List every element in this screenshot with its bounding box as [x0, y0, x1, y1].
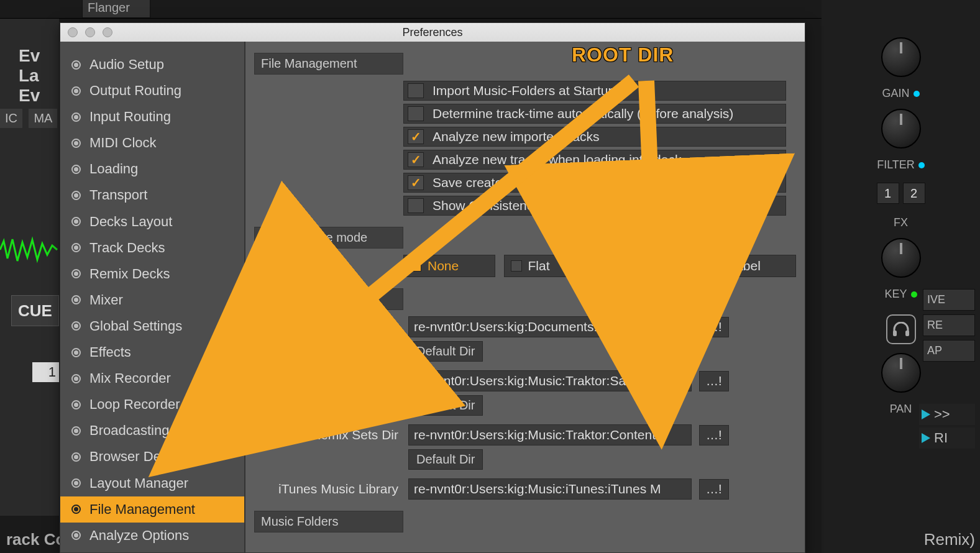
file-structure-none[interactable]: None	[403, 255, 495, 277]
gain-knob[interactable]	[881, 37, 921, 77]
sidebar-item-loop-recorder[interactable]: Loop Recorder	[60, 391, 244, 418]
browse-button-sample-dir[interactable]: …!	[699, 371, 729, 391]
option-analyze-new-tracks-when-loadin[interactable]: ✓Analyze new tracks when loading into de…	[403, 150, 786, 170]
preferences-window: Preferences Audio SetupOutput RoutingInp…	[60, 22, 805, 553]
dir-input-remix-sets-dir[interactable]: re-nvnt0r:Users:kig:Music:Traktor:Conten…	[408, 424, 692, 446]
browse-button-itunes-music-library[interactable]: …!	[699, 479, 729, 500]
sidebar-item-output-routing[interactable]: Output Routing	[60, 78, 244, 104]
section-header-file-structure: File structure mode	[254, 227, 403, 249]
effect-selector[interactable]: Flanger	[82, 0, 150, 18]
section-header-directories: Directories	[254, 288, 403, 310]
sidebar-item-analyze-options[interactable]: Analyze Options	[60, 523, 244, 549]
track-album-line: Ev	[19, 86, 53, 106]
sidebar-item-global-settings[interactable]: Global Settings	[60, 313, 244, 339]
svg-rect-1	[905, 331, 909, 336]
sidebar-item-mixer[interactable]: Mixer	[60, 287, 244, 313]
dir-label-remix-sets-dir: Remix Sets Dir	[254, 427, 401, 442]
default-dir-button-sample-dir[interactable]: Default Dir	[408, 395, 483, 416]
checkbox-icon	[408, 106, 424, 121]
fx-label: FX	[894, 216, 908, 229]
sidebar-item-label: Broadcasting	[89, 420, 169, 441]
sidebar-item-label: Loop Recorder	[89, 394, 180, 415]
sidebar-item-loading[interactable]: Loading	[60, 156, 244, 182]
sidebar-item-browser-details[interactable]: Browser Details	[60, 444, 244, 470]
track-artist-line: La	[19, 66, 53, 86]
sidebar-item-effects[interactable]: Effects	[60, 339, 244, 365]
svg-rect-0	[893, 331, 897, 336]
preferences-sidebar: Audio SetupOutput RoutingInput RoutingMI…	[60, 42, 245, 552]
window-title: Preferences	[60, 26, 805, 39]
sidebar-item-transport[interactable]: Transport	[60, 182, 244, 208]
radio-icon	[71, 374, 81, 383]
file-structure-artist[interactable]: Artist	[604, 255, 696, 277]
browse-button-remix-sets-dir[interactable]: …!	[699, 425, 729, 446]
option-label: Analyze new tracks when loading into dec…	[433, 152, 681, 167]
pan-knob[interactable]	[881, 353, 921, 393]
headphone-cue-button[interactable]	[886, 314, 916, 344]
tab-ma[interactable]: MA	[29, 109, 57, 128]
radio-icon	[71, 321, 81, 331]
cue-button[interactable]: CUE	[11, 295, 59, 326]
checkbox-icon	[408, 83, 424, 98]
option-save-created-loops-and-samples[interactable]: ✓Save created Loops and Samples automati…	[403, 173, 786, 193]
option-analyze-new-imported-tracks[interactable]: ✓Analyze new imported tracks	[403, 127, 786, 147]
default-dir-button-root-dir[interactable]: Default Dir	[408, 341, 483, 362]
hotcue-number[interactable]: 1	[32, 362, 59, 382]
sidebar-item-mix-recorder[interactable]: Mix Recorder	[60, 365, 244, 391]
sidebar-item-label: Decks Layout	[89, 211, 172, 232]
sidebar-item-broadcasting[interactable]: Broadcasting	[60, 418, 244, 444]
preferences-content: File Management Import Music-Folders at …	[245, 42, 805, 552]
checkbox-icon	[408, 198, 424, 213]
radio-label: Artist	[628, 258, 658, 273]
filter-knob[interactable]	[881, 109, 921, 149]
sidebar-item-remix-decks[interactable]: Remix Decks	[60, 261, 244, 287]
file-structure-label[interactable]: Label	[705, 255, 797, 277]
sidebar-item-label: Layout Manager	[89, 473, 188, 494]
partial-button-re[interactable]: RE	[923, 314, 975, 336]
option-import-music-folders-at-startu[interactable]: Import Music-Folders at Startup	[403, 81, 786, 101]
pan-label: PAN	[890, 403, 912, 416]
radio-label: Label	[729, 258, 761, 273]
fx-assign-1[interactable]: 1	[877, 183, 899, 204]
dir-label-itunes-music-library: iTunes Music Library	[254, 482, 401, 496]
sidebar-item-label: Track Decks	[89, 237, 165, 258]
sidebar-item-midi-clock[interactable]: MIDI Clock	[60, 130, 244, 156]
sidebar-item-label: Remix Decks	[89, 263, 170, 285]
sidebar-item-label: Audio Setup	[89, 54, 164, 75]
key-knob[interactable]	[881, 238, 921, 278]
sidebar-item-layout-manager[interactable]: Layout Manager	[60, 470, 244, 496]
partial-button-ive[interactable]: IVE	[923, 289, 975, 311]
default-dir-button-remix-sets-dir[interactable]: Default Dir	[408, 449, 483, 470]
remix-cell-play-1[interactable]: >>	[919, 404, 975, 425]
gain-label: GAIN	[882, 87, 919, 100]
section-header-file-management: File Management	[254, 53, 403, 75]
tab-ic[interactable]: IC	[0, 109, 22, 128]
option-show-consistency-check-report-[interactable]: Show Consistency Check Report on Startup	[403, 196, 786, 216]
sidebar-item-controller-manager[interactable]: Controller Manager	[60, 549, 244, 552]
option-determine-track-time-automatic[interactable]: Determine track-time automatically (befo…	[403, 104, 786, 124]
sidebar-item-decks-layout[interactable]: Decks Layout	[60, 209, 244, 235]
radio-icon	[71, 452, 81, 462]
sidebar-item-label: Global Settings	[89, 316, 182, 337]
checkbox-icon: ✓	[408, 129, 424, 144]
option-label: Determine track-time automatically (befo…	[433, 106, 733, 121]
dir-input-itunes-music-library[interactable]: re-nvnt0r:Users:kig:Music:iTunes:iTunes …	[408, 478, 692, 500]
file-structure-flat[interactable]: Flat	[504, 255, 596, 277]
sidebar-item-input-routing[interactable]: Input Routing	[60, 104, 244, 130]
option-label: Save created Loops and Samples automatic…	[433, 175, 708, 190]
radio-icon	[71, 531, 81, 540]
partial-button-ap[interactable]: AP	[923, 340, 975, 362]
sidebar-item-audio-setup[interactable]: Audio Setup	[60, 52, 244, 78]
remix-cell-play-2[interactable]: RI	[919, 427, 975, 449]
filter-label: FILTER	[877, 158, 925, 171]
sidebar-item-label: Effects	[89, 342, 131, 363]
dir-input-root-dir[interactable]: re-nvnt0r:Users:kig:Documents:Native Ins…	[408, 316, 692, 337]
browse-button-root-dir[interactable]: …!	[699, 317, 729, 337]
dir-input-sample-dir[interactable]: re-nvnt0r:Users:kig:Music:Traktor:Sample…	[408, 370, 692, 391]
fx-assign-2[interactable]: 2	[903, 183, 925, 204]
sidebar-item-label: Input Routing	[89, 106, 171, 127]
sidebar-item-track-decks[interactable]: Track Decks	[60, 235, 244, 261]
sidebar-item-file-management[interactable]: File Management	[60, 496, 244, 523]
dir-label-sample-dir: Sample Dir	[254, 373, 401, 388]
sidebar-item-label: Mix Recorder	[89, 368, 171, 389]
